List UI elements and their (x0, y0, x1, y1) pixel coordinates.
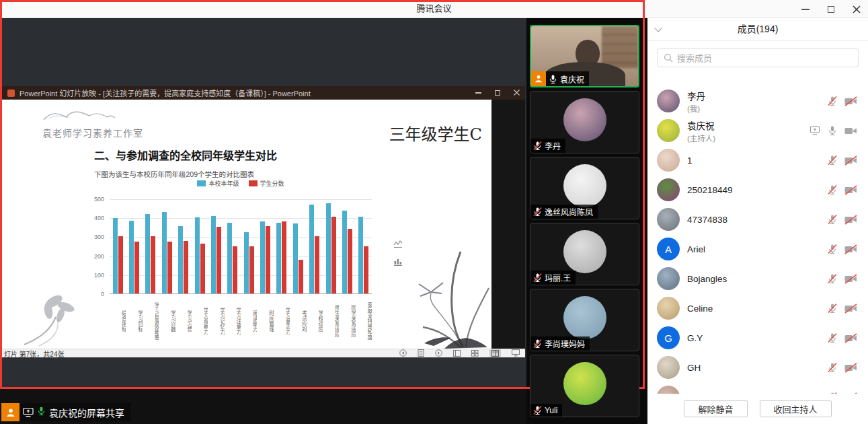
slideshow-view-icon[interactable] (512, 349, 520, 357)
camera-icon-off[interactable] (844, 96, 857, 106)
avatar (657, 267, 680, 290)
camera-icon-off[interactable] (844, 333, 857, 343)
unmute-button[interactable]: 解除静音 (684, 400, 747, 417)
mic-icon-muted[interactable] (827, 244, 838, 254)
slide-sorter-icon[interactable] (471, 349, 479, 357)
mic-icon-muted[interactable] (827, 96, 838, 106)
reclaim-host-button[interactable]: 收回主持人 (760, 400, 832, 417)
sharing-screen-icon (810, 126, 820, 135)
minimize-icon[interactable] (801, 5, 810, 14)
previous-slide-icon[interactable] (399, 349, 407, 357)
member-name: 袁庆祝 (687, 118, 715, 132)
member-row[interactable]: AAriel (647, 234, 868, 264)
member-row[interactable]: Celine (647, 293, 868, 323)
mic-icon-muted[interactable] (532, 339, 543, 349)
bar-chart-icon[interactable] (393, 258, 403, 267)
mic-icon-muted[interactable] (827, 273, 838, 284)
slide-counter: 灯片 第7张，共24张 (2, 349, 64, 359)
member-name: 李丹 (687, 89, 705, 102)
bar (162, 212, 167, 293)
chart-x-labels: 综合指标学习目标学习自我效能感学习兴趣学习习惯学习观察力学习记忆力学习注意力阅读… (110, 296, 372, 346)
camera-icon[interactable] (844, 126, 857, 136)
member-row[interactable]: 250218449 (647, 175, 868, 205)
member-row[interactable]: 1 (647, 145, 868, 175)
member-av-icons (827, 155, 857, 166)
screen-share-badge: 袁庆祝的屏幕共享 (1, 403, 131, 421)
mic-icon-muted[interactable] (827, 362, 838, 373)
video-tile[interactable]: 李丹 (530, 91, 639, 153)
camera-icon-off[interactable] (844, 304, 857, 314)
mic-icon-muted[interactable] (532, 141, 543, 151)
share-badge-text: 袁庆祝的屏幕共享 (49, 406, 124, 419)
camera-icon-off[interactable] (844, 155, 857, 166)
camera-icon-off[interactable] (844, 363, 857, 373)
avatar (657, 119, 680, 142)
video-tile[interactable]: 李尚璞妈妈 (530, 289, 639, 351)
ink-painting-right (404, 249, 491, 349)
video-tile[interactable]: 袁庆祝 (530, 25, 639, 87)
member-av-icons (827, 214, 857, 225)
normal-view-icon[interactable] (453, 349, 461, 357)
ppt-minimize-icon[interactable] (475, 92, 481, 94)
camera-icon-off[interactable] (844, 215, 857, 225)
video-tile[interactable]: Yuli (530, 355, 639, 417)
y-axis-tick-label: 400 (84, 215, 104, 221)
video-tile[interactable]: 玛丽.王 (530, 223, 639, 285)
video-tile[interactable]: 逸丝风尚陈凤 (530, 157, 639, 219)
mic-icon-muted[interactable] (532, 273, 543, 283)
ppt-close-icon[interactable] (514, 90, 520, 97)
bar (331, 217, 336, 293)
ppt-maximize-icon[interactable] (495, 90, 500, 96)
y-axis-tick-label: 0 (84, 291, 104, 297)
member-name: Ariel (687, 244, 705, 254)
member-av-icons (827, 96, 857, 106)
member-row[interactable]: 李丹(我) (647, 86, 868, 116)
member-row[interactable]: Bojangles (647, 264, 868, 293)
member-row[interactable]: Guxs (647, 382, 868, 394)
mic-icon[interactable] (548, 74, 558, 84)
bar (211, 216, 216, 293)
mic-icon-muted[interactable] (532, 207, 543, 217)
bar-group (274, 199, 290, 293)
next-slide-icon[interactable] (435, 349, 442, 357)
reading-view-icon[interactable] (489, 349, 501, 357)
mic-icon-muted[interactable] (827, 184, 838, 195)
mic-icon-muted[interactable] (827, 303, 838, 314)
search-input[interactable] (677, 53, 852, 63)
mic-icon-muted[interactable] (827, 155, 838, 166)
camera-icon-off[interactable] (844, 274, 857, 284)
members-panel-footer: 解除静音 收回主持人 (647, 394, 868, 424)
bar-group (356, 199, 372, 293)
bar-group (175, 199, 192, 293)
member-av-icons (827, 332, 857, 343)
maximize-icon[interactable] (826, 5, 836, 14)
powerpoint-window: PowerPoint 幻灯片放映 - [关注孩子的需要，提高家庭支持感知度（备课… (2, 86, 525, 357)
close-icon[interactable] (852, 5, 861, 14)
member-row[interactable]: 袁庆祝(主持人) (647, 116, 868, 145)
mic-icon-muted[interactable] (827, 332, 838, 343)
member-search-box[interactable] (657, 48, 859, 67)
mic-icon[interactable] (827, 125, 838, 136)
bar-group (110, 199, 126, 293)
member-name: 1 (687, 155, 693, 166)
annotation-menu-icon[interactable] (418, 349, 424, 357)
member-row[interactable]: GG.Y (647, 323, 868, 353)
bar (266, 226, 270, 293)
x-axis-category-label: 学习自我效能感 (143, 296, 159, 346)
mic-icon-muted[interactable] (532, 405, 543, 415)
x-axis-category-label: 学习注意力 (225, 296, 241, 346)
legend-label: 学生分数 (260, 179, 284, 188)
x-axis-category-label: 学习观察力 (192, 296, 208, 346)
mic-icon-muted[interactable] (827, 214, 838, 225)
tile-participant-name: 袁庆祝 (560, 73, 584, 85)
tile-label: 袁庆祝 (531, 71, 589, 86)
member-name: G.Y (687, 333, 703, 343)
camera-icon-off[interactable] (844, 244, 857, 254)
member-row[interactable]: GH (647, 353, 868, 382)
line-chart-icon[interactable] (393, 240, 403, 248)
mic-icon[interactable] (36, 406, 46, 416)
member-row[interactable]: 47374838 (647, 205, 868, 234)
bar (358, 217, 363, 293)
camera-icon-off[interactable] (844, 185, 857, 195)
bar (200, 244, 205, 293)
